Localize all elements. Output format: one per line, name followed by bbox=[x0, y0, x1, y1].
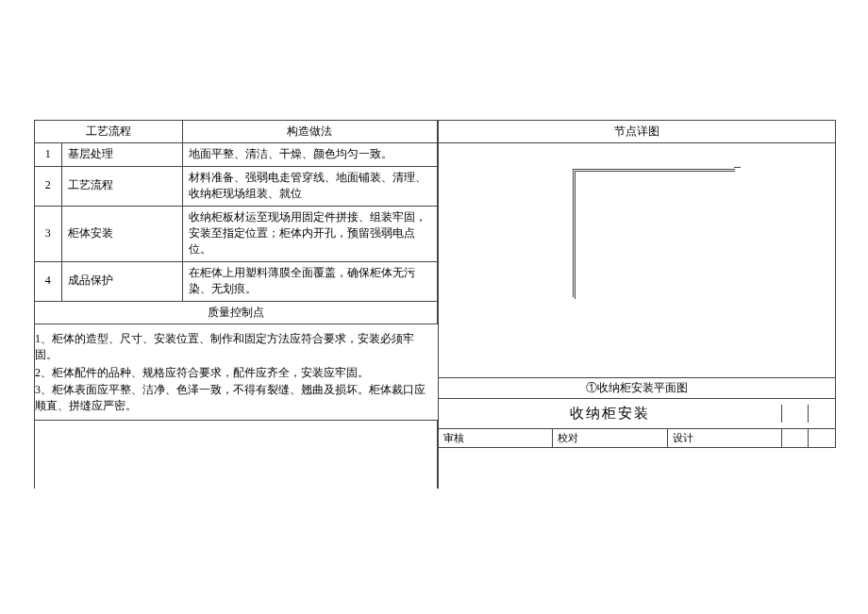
sig-check: 校对 bbox=[553, 429, 667, 447]
qcp-header: 质量控制点 bbox=[35, 301, 438, 324]
qcp-row: 1、柜体的造型、尺寸、安装位置、制作和固定方法应符合要求，安装必须牢固。 2、柜… bbox=[35, 324, 438, 420]
left-spacer bbox=[35, 421, 438, 489]
note-line: 3、柜体表面应平整、洁净、色泽一致，不得有裂缝、翘曲及损坏。柜体裁口应顺直、拼缝… bbox=[35, 382, 432, 415]
sig-review: 审核 bbox=[439, 429, 553, 447]
diagram-caption: ①收纳柜安装平面图 bbox=[439, 377, 836, 399]
table-row: 1 基层处理 地面平整、清洁、干燥、颜色均匀一致。 bbox=[35, 143, 438, 166]
row-step: 柜体安装 bbox=[61, 206, 182, 261]
col-method: 构造做法 bbox=[182, 121, 438, 143]
document-frame: 工艺流程 构造做法 1 基层处理 地面平整、清洁、干燥、颜色均匀一致。 2 工艺… bbox=[34, 120, 836, 489]
title-slot bbox=[809, 405, 835, 423]
row-desc: 地面平整、清洁、干燥、颜色均匀一致。 bbox=[182, 143, 438, 166]
col-process: 工艺流程 bbox=[35, 121, 182, 143]
qcp-notes: 1、柜体的造型、尺寸、安装位置、制作和固定方法应符合要求，安装必须牢固。 2、柜… bbox=[35, 324, 438, 420]
row-num: 2 bbox=[35, 166, 61, 206]
title-slot bbox=[782, 405, 809, 423]
row-step: 基层处理 bbox=[61, 143, 182, 166]
table-header-row: 工艺流程 构造做法 bbox=[35, 121, 438, 143]
qcp-header-row: 质量控制点 bbox=[35, 301, 438, 324]
row-num: 3 bbox=[35, 206, 61, 261]
row-desc: 在柜体上用塑料薄膜全面覆盖，确保柜体无污染、无划痕。 bbox=[182, 261, 438, 301]
title-row: 收纳柜安装 bbox=[439, 399, 836, 429]
sig-slot bbox=[809, 429, 835, 447]
left-column: 工艺流程 构造做法 1 基层处理 地面平整、清洁、干燥、颜色均匀一致。 2 工艺… bbox=[34, 120, 438, 489]
note-line: 1、柜体的造型、尺寸、安装位置、制作和固定方法应符合要求，安装必须牢固。 bbox=[35, 331, 432, 364]
col-detail: 节点详图 bbox=[439, 120, 836, 143]
cabinet-outline-front-h bbox=[575, 171, 735, 172]
detail-diagram bbox=[439, 143, 836, 377]
cabinet-outline-back bbox=[573, 169, 735, 297]
sig-slot bbox=[782, 429, 809, 447]
right-column: 节点详图 ①收纳柜安装平面图 收纳柜安装 审核 校对 设计 bbox=[438, 120, 836, 489]
table-row: 2 工艺流程 材料准备、强弱电走管穿线、地面铺装、清理、收纳柜现场组装、就位 bbox=[35, 166, 438, 206]
signature-row: 审核 校对 设计 bbox=[439, 429, 836, 448]
sig-design: 设计 bbox=[668, 429, 782, 447]
table-row: 4 成品保护 在柜体上用塑料薄膜全面覆盖，确保柜体无污染、无划痕。 bbox=[35, 261, 438, 301]
row-desc: 材料准备、强弱电走管穿线、地面铺装、清理、收纳柜现场组装、就位 bbox=[182, 166, 438, 206]
row-num: 4 bbox=[35, 261, 61, 301]
row-num: 1 bbox=[35, 143, 61, 166]
row-step: 工艺流程 bbox=[61, 166, 182, 206]
drawing-title: 收纳柜安装 bbox=[439, 405, 782, 423]
row-step: 成品保护 bbox=[61, 261, 182, 301]
table-row: 3 柜体安装 收纳柜板材运至现场用固定件拼接、组装牢固，安装至指定位置；柜体内开… bbox=[35, 206, 438, 261]
cabinet-hook bbox=[734, 167, 741, 168]
process-table: 工艺流程 构造做法 1 基层处理 地面平整、清洁、干燥、颜色均匀一致。 2 工艺… bbox=[35, 120, 438, 421]
row-desc: 收纳柜板材运至现场用固定件拼接、组装牢固，安装至指定位置；柜体内开孔，预留强弱电… bbox=[182, 206, 438, 261]
cabinet-outline-front-v bbox=[575, 171, 576, 299]
note-line: 2、柜体配件的品种、规格应符合要求，配件应齐全，安装应牢固。 bbox=[35, 365, 432, 381]
